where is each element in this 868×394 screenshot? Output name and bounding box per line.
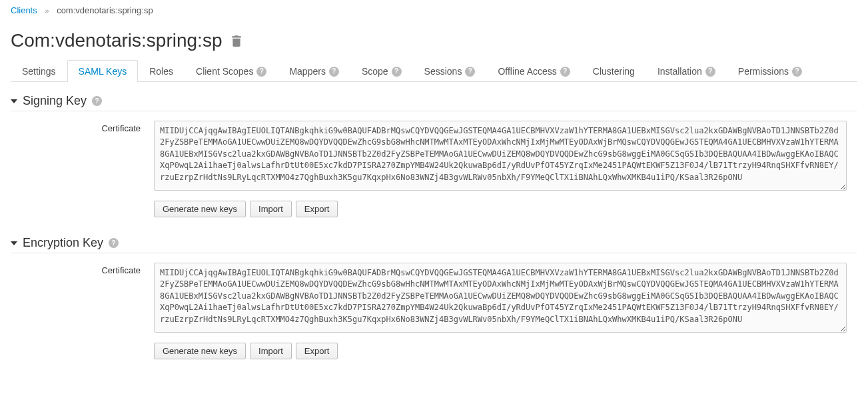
tab-offline-access[interactable]: Offline Access? xyxy=(486,60,581,82)
breadcrumb: Clients » com:vdenotaris:spring:sp xyxy=(11,0,857,21)
section-title: Encryption Key xyxy=(23,236,103,250)
generate-new-keys-button[interactable]: Generate new keys xyxy=(154,343,246,359)
trash-icon[interactable] xyxy=(231,35,242,47)
help-icon[interactable]: ? xyxy=(92,96,102,106)
tab-client-scopes[interactable]: Client Scopes? xyxy=(185,60,278,82)
help-icon[interactable]: ? xyxy=(109,238,119,248)
page-title-text: Com:vdenotaris:spring:sp xyxy=(11,30,222,51)
signing-certificate-textarea[interactable] xyxy=(154,121,847,191)
export-button[interactable]: Export xyxy=(296,343,338,359)
encryption-certificate-textarea[interactable] xyxy=(154,263,847,333)
tab-permissions[interactable]: Permissions? xyxy=(727,60,813,82)
help-icon[interactable]: ? xyxy=(705,67,715,77)
page-title: Com:vdenotaris:spring:sp xyxy=(11,30,857,51)
section-title: Signing Key xyxy=(23,94,87,108)
export-button[interactable]: Export xyxy=(296,201,338,217)
import-button[interactable]: Import xyxy=(250,343,292,359)
tab-saml-keys[interactable]: SAML Keys xyxy=(67,60,139,82)
section-header-signing-key[interactable]: Signing Key ? xyxy=(11,94,857,108)
help-icon[interactable]: ? xyxy=(392,67,402,77)
breadcrumb-current: com:vdenotaris:spring:sp xyxy=(57,5,153,15)
help-icon[interactable]: ? xyxy=(256,67,266,77)
chevron-down-icon xyxy=(11,240,17,247)
tabs: Settings SAML Keys Roles Client Scopes? … xyxy=(11,59,857,82)
generate-new-keys-button[interactable]: Generate new keys xyxy=(154,201,246,217)
tab-roles[interactable]: Roles xyxy=(138,60,185,82)
tab-clustering[interactable]: Clustering xyxy=(582,60,646,82)
tab-installation[interactable]: Installation? xyxy=(646,60,727,82)
breadcrumb-clients-link[interactable]: Clients xyxy=(11,5,37,15)
help-icon[interactable]: ? xyxy=(792,67,802,77)
tab-sessions[interactable]: Sessions? xyxy=(413,60,487,82)
tab-settings[interactable]: Settings xyxy=(11,60,67,82)
section-divider xyxy=(11,253,857,253)
tab-mappers[interactable]: Mappers? xyxy=(278,60,350,82)
tab-scope[interactable]: Scope? xyxy=(350,60,413,82)
help-icon[interactable]: ? xyxy=(465,67,475,77)
section-header-encryption-key[interactable]: Encryption Key ? xyxy=(11,236,857,250)
breadcrumb-separator-icon: » xyxy=(45,7,49,15)
section-divider xyxy=(11,111,857,111)
help-icon[interactable]: ? xyxy=(560,67,570,77)
chevron-down-icon xyxy=(11,98,17,105)
certificate-label: Certificate xyxy=(11,121,154,133)
import-button[interactable]: Import xyxy=(250,201,292,217)
certificate-label: Certificate xyxy=(11,263,154,275)
help-icon[interactable]: ? xyxy=(329,67,339,77)
